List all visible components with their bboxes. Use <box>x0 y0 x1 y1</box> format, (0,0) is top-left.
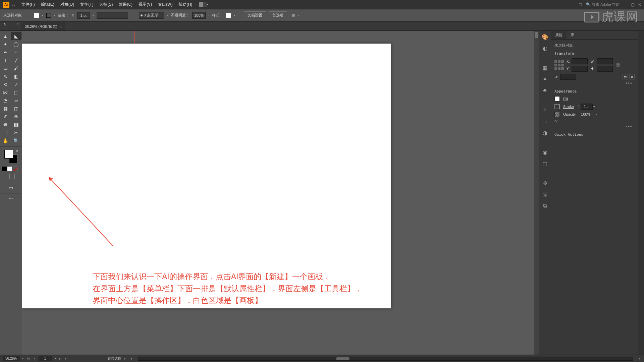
fx-label[interactable]: fx. <box>554 119 635 123</box>
perspective-tool-icon[interactable]: ▱ <box>11 97 21 105</box>
transparency-panel-icon[interactable]: ◑ <box>542 129 548 136</box>
panel-collapse-strip[interactable] <box>638 31 644 355</box>
status-play-icon[interactable]: ▸ <box>124 357 127 360</box>
eyedropper-tool-icon[interactable]: ✐ <box>0 113 11 121</box>
column-graph-tool-icon[interactable]: ▮▮ <box>11 121 21 129</box>
flip-vertical-icon[interactable]: ⇵ <box>629 74 635 79</box>
appearance-panel-icon[interactable]: ◉ <box>542 149 548 156</box>
maximize-icon[interactable]: ▢ <box>631 2 635 7</box>
angle-input[interactable] <box>560 74 576 80</box>
draw-behind-icon[interactable] <box>9 174 15 179</box>
close-icon[interactable]: ✕ <box>638 2 641 7</box>
x-input[interactable] <box>572 58 588 64</box>
artboard-tool-icon[interactable]: ⬚ <box>0 129 11 137</box>
style-dropdown-icon[interactable]: ▾ <box>234 14 235 17</box>
fill-stroke-swatches[interactable]: ⤭ <box>4 150 18 163</box>
shaper-tool-icon[interactable]: ✎ <box>0 72 11 80</box>
color-guide-panel-icon[interactable]: ◐ <box>542 45 548 52</box>
appearance-more-icon[interactable]: ••• <box>554 123 635 130</box>
zoom-tool-icon[interactable]: 🔍 <box>11 137 21 145</box>
menu-view[interactable]: 视图(V) <box>139 2 152 7</box>
minimize-icon[interactable]: — <box>624 2 628 7</box>
menu-window[interactable]: 窗口(W) <box>158 2 172 7</box>
symbols-panel-icon[interactable]: ♣ <box>542 87 548 94</box>
menu-object[interactable]: 对象(O) <box>60 2 74 7</box>
stroke-swatch[interactable] <box>46 13 51 18</box>
artboard-number-input[interactable] <box>39 356 52 361</box>
draw-normal-icon[interactable] <box>3 174 8 179</box>
menu-help[interactable]: 帮助(H) <box>178 2 192 7</box>
style-swatch[interactable] <box>226 13 231 18</box>
color-mode-none-icon[interactable] <box>13 167 17 171</box>
type-tool-icon[interactable]: T <box>0 56 11 64</box>
document-setup-button[interactable]: 文档设置 <box>244 11 266 19</box>
flip-horizontal-icon[interactable]: ⇋ <box>623 74 628 79</box>
stroke-stepper-icon[interactable]: ⇅ <box>72 14 74 17</box>
menu-edit[interactable]: 编辑(E) <box>41 2 54 7</box>
opacity-expand-icon[interactable]: › <box>596 113 597 116</box>
transform-more-icon[interactable]: ••• <box>554 80 635 86</box>
variable-width-profile[interactable] <box>97 12 128 19</box>
appearance-fill-swatch[interactable] <box>554 96 560 102</box>
document-tab[interactable]: 36.26% (RGB/预览) × <box>21 22 65 31</box>
artboards-panel-icon[interactable]: ⧉ <box>542 202 548 209</box>
prev-artboard-icon[interactable]: ◂ <box>33 357 36 360</box>
brushes-panel-icon[interactable]: ✦ <box>542 76 548 82</box>
status-right-icon[interactable]: ▸ <box>638 357 641 360</box>
free-transform-tool-icon[interactable]: ⬚ <box>11 88 21 97</box>
menu-effect[interactable]: 效果(C) <box>119 2 132 7</box>
gradient-panel-icon[interactable]: ▭ <box>542 118 548 125</box>
curvature-tool-icon[interactable]: 〰 <box>11 48 21 56</box>
color-mode-solid-icon[interactable] <box>2 167 7 171</box>
w-input[interactable] <box>597 58 613 64</box>
pen-tool-icon[interactable]: ✒ <box>0 48 11 56</box>
zoom-level-select[interactable] <box>3 356 19 361</box>
screen-mode-icon[interactable]: ▭ <box>6 184 16 192</box>
appearance-opacity-swatch[interactable] <box>554 112 560 117</box>
hand-tool-icon[interactable]: ✋ <box>0 137 11 145</box>
libraries-tab[interactable]: 库 <box>567 31 578 39</box>
shape-builder-tool-icon[interactable]: ◔ <box>0 97 11 105</box>
menu-type[interactable]: 文字(T) <box>80 2 93 7</box>
menu-file[interactable]: 文件(F) <box>21 2 35 7</box>
mesh-tool-icon[interactable]: ▦ <box>0 105 11 113</box>
opacity-dropdown-icon[interactable]: › <box>208 14 209 17</box>
search-field[interactable]: 🔍 搜索 Adobe 帮助 <box>586 2 620 7</box>
first-artboard-icon[interactable]: |◂ <box>26 357 30 360</box>
fill-color-swatch[interactable] <box>4 150 13 159</box>
lasso-tool-icon[interactable]: ◯ <box>11 40 21 48</box>
graphic-styles-panel-icon[interactable]: ▢ <box>542 160 548 167</box>
stroke-weight-dropdown-icon[interactable]: ▾ <box>93 14 94 17</box>
arrange-documents-icon[interactable]: ▢ <box>579 2 582 7</box>
asset-export-panel-icon[interactable]: ⇲ <box>542 191 548 198</box>
zoom-dropdown-icon[interactable]: ▾ <box>22 357 23 360</box>
artboard[interactable]: 下面我们来认识一下AI的操作界面，点击AI界面的【新建】一个画板， 在界面上方是… <box>22 44 391 308</box>
brush-definition-select[interactable]: 3 点圆形 <box>139 12 164 19</box>
rectangle-tool-icon[interactable]: ▭ <box>0 64 11 72</box>
color-panel-icon[interactable]: 🎨 <box>542 34 548 40</box>
scale-tool-icon[interactable]: ⤢ <box>11 80 21 88</box>
eraser-tool-icon[interactable]: ◧ <box>11 72 21 80</box>
tab-prev-close-icon[interactable]: × <box>17 22 19 26</box>
stroke-unit-dropdown-icon[interactable]: ▾ <box>593 105 595 108</box>
appearance-stroke-input[interactable] <box>581 104 593 110</box>
swap-colors-icon[interactable]: ⤭ <box>16 149 18 153</box>
direct-selection-tool-icon[interactable]: ◣ <box>11 32 21 40</box>
selection-tool-icon[interactable]: ▲ <box>0 32 11 40</box>
constrain-proportions-icon[interactable]: ⛓ <box>616 63 620 67</box>
workspace-switcher-icon[interactable] <box>199 2 207 7</box>
opacity-input[interactable] <box>192 12 206 19</box>
h-input[interactable] <box>597 66 613 72</box>
tab-close-icon[interactable]: × <box>60 24 62 28</box>
color-mode-gradient-icon[interactable] <box>7 167 12 171</box>
next-artboard-icon[interactable]: ▸ <box>59 357 62 360</box>
y-input[interactable] <box>572 66 588 72</box>
artboard-dropdown-icon[interactable]: ▾ <box>55 357 56 360</box>
stroke-dropdown-icon[interactable]: ▾ <box>54 14 55 17</box>
width-tool-icon[interactable]: ⋈ <box>0 88 11 97</box>
stroke-stepper-icon[interactable]: ⇅ <box>577 105 580 108</box>
canvas-area[interactable]: 下面我们来认识一下AI的操作界面，点击AI界面的【新建】一个画板， 在界面上方是… <box>22 31 539 355</box>
layers-panel-icon[interactable]: ❖ <box>542 180 548 186</box>
symbol-sprayer-tool-icon[interactable]: ❋ <box>0 121 11 129</box>
workspace-dropdown-icon[interactable]: ▾ <box>207 3 208 6</box>
